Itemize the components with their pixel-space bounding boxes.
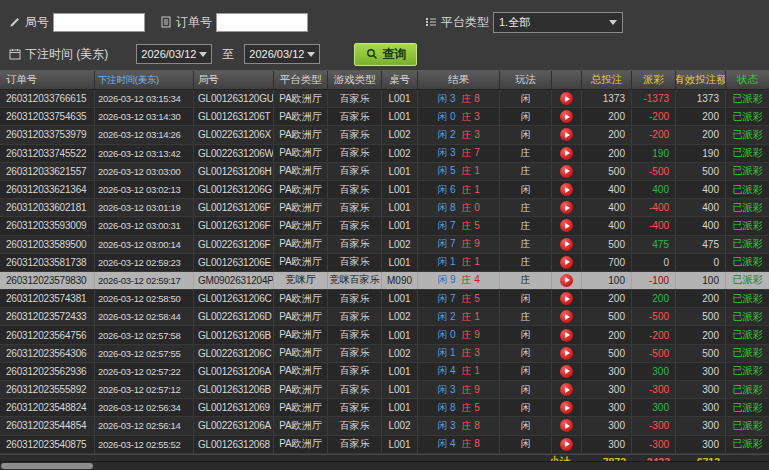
play-icon xyxy=(565,296,570,302)
replay-button[interactable] xyxy=(560,292,573,305)
table-row[interactable]: 2603120235408752026-03-12 02:55:52GL0012… xyxy=(0,436,769,454)
table-row[interactable]: 2603120337666152026-03-12 03:15:34GL0012… xyxy=(0,90,769,108)
table-row[interactable]: 2603120235629362026-03-12 02:57:22GL0012… xyxy=(0,363,769,381)
replay-button[interactable] xyxy=(560,92,573,105)
column-header[interactable]: 派彩 xyxy=(632,71,676,89)
table-row[interactable]: 2603120337546352026-03-12 03:14:30GL0012… xyxy=(0,108,769,126)
column-header[interactable]: 局号 xyxy=(194,71,274,89)
replay-button[interactable] xyxy=(560,383,573,396)
order-number-cell: 260312033766615 xyxy=(0,90,95,107)
date-from-select[interactable]: 2026/03/12 xyxy=(136,44,212,64)
status-cell: 已派彩 xyxy=(726,417,769,434)
action-cell xyxy=(552,345,582,362)
play-icon xyxy=(565,187,570,193)
table-row[interactable]: 2603120235724332026-03-12 02:58:44GL0022… xyxy=(0,308,769,326)
table-row[interactable]: 2603120235743812026-03-12 02:58:50GL0012… xyxy=(0,290,769,308)
table-row[interactable]: 2603120335895002026-03-12 03:00:14GL0022… xyxy=(0,236,769,254)
result-banker: 庄 4 xyxy=(462,273,480,287)
status-cell: 已派彩 xyxy=(726,108,769,125)
table-row[interactable]: 2603120235558922026-03-12 02:57:12GL0012… xyxy=(0,381,769,399)
replay-button[interactable] xyxy=(560,347,573,360)
round-number-input[interactable] xyxy=(53,13,145,32)
action-cell xyxy=(552,254,582,271)
column-header[interactable]: 下注时间(美东) xyxy=(95,71,194,89)
table-row[interactable]: 2603120335930092026-03-12 03:00:31GL0012… xyxy=(0,217,769,235)
replay-button[interactable] xyxy=(560,274,573,287)
platform-type-cell: PA欧洲厅 xyxy=(274,290,328,307)
valid-bet-cell: 400 xyxy=(676,181,726,198)
replay-button[interactable] xyxy=(560,329,573,342)
replay-button[interactable] xyxy=(560,419,573,432)
column-header[interactable]: 平台类型 xyxy=(274,71,328,89)
table-row[interactable]: 2603120335817382026-03-12 02:59:23GL0012… xyxy=(0,254,769,272)
play-type-cell: 庄 xyxy=(500,272,552,289)
total-bet-cell: 200 xyxy=(582,126,632,143)
result-banker: 庄 1 xyxy=(462,164,480,178)
replay-button[interactable] xyxy=(560,110,573,123)
table-row[interactable]: 2603120235488242026-03-12 02:56:34GL0012… xyxy=(0,399,769,417)
column-header[interactable]: 桌号 xyxy=(382,71,418,89)
replay-button[interactable] xyxy=(560,219,573,232)
replay-button[interactable] xyxy=(560,165,573,178)
date-range-to-label: 至 xyxy=(222,46,234,63)
bet-time-cell: 2026-03-12 03:00:14 xyxy=(95,236,194,253)
scrollbar-thumb[interactable] xyxy=(1,463,93,469)
game-type-cell: 百家乐 xyxy=(328,417,382,434)
replay-button[interactable] xyxy=(560,438,573,451)
payout-cell: -100 xyxy=(632,272,676,289)
column-header[interactable]: 订单号 xyxy=(0,71,95,89)
result-cell: 闲 3庄 9 xyxy=(418,381,500,398)
table-row[interactable]: 2603120336213642026-03-12 03:02:13GL0012… xyxy=(0,181,769,199)
bet-time-cell: 2026-03-12 03:14:26 xyxy=(95,126,194,143)
replay-button[interactable] xyxy=(560,238,573,251)
column-header[interactable]: 有效投注额 xyxy=(676,71,726,89)
column-header[interactable]: 总投注 xyxy=(582,71,632,89)
table-row[interactable]: 2603120235647562026-03-12 02:57:58GL0012… xyxy=(0,326,769,344)
table-row[interactable]: 2603120337539792026-03-12 03:14:26GL0022… xyxy=(0,126,769,144)
result-player: 闲 7 xyxy=(437,219,455,233)
replay-button[interactable] xyxy=(560,310,573,323)
bet-time-cell: 2026-03-12 03:00:31 xyxy=(95,217,194,234)
replay-button[interactable] xyxy=(560,256,573,269)
valid-bet-cell: 475 xyxy=(676,236,726,253)
round-number-cell: GL0022631206W xyxy=(194,145,274,162)
round-number-cell: GL0012631206E xyxy=(194,254,274,271)
table-row[interactable]: 2603120336215572026-03-12 03:03:00GL0012… xyxy=(0,163,769,181)
result-player: 闲 7 xyxy=(437,237,455,251)
action-cell xyxy=(552,381,582,398)
bet-time-cell: 2026-03-12 02:58:50 xyxy=(95,290,194,307)
horizontal-scrollbar[interactable] xyxy=(0,461,769,470)
game-type-cell: 百家乐 xyxy=(328,399,382,416)
result-banker: 庄 7 xyxy=(462,146,480,160)
column-header[interactable]: 游戏类型 xyxy=(328,71,382,89)
date-to-select[interactable]: 2026/03/12 xyxy=(244,44,320,64)
replay-button[interactable] xyxy=(560,183,573,196)
date-from-value: 2026/03/12 xyxy=(141,48,196,60)
play-icon xyxy=(565,150,570,156)
replay-button[interactable] xyxy=(560,401,573,414)
column-header[interactable]: 状态 xyxy=(726,71,769,89)
table-row[interactable]: 2603120235643062026-03-12 02:57:55GL0022… xyxy=(0,345,769,363)
column-header[interactable]: 结果 xyxy=(418,71,500,89)
table-number-cell: L001 xyxy=(382,90,418,107)
replay-button[interactable] xyxy=(560,147,573,160)
column-header[interactable]: 玩法 xyxy=(500,71,552,89)
order-number-input[interactable] xyxy=(216,13,308,32)
total-bet-cell: 300 xyxy=(582,363,632,380)
search-button[interactable]: 查询 xyxy=(354,43,417,66)
valid-bet-cell: 200 xyxy=(676,108,726,125)
play-type-cell: 闲 xyxy=(500,290,552,307)
result-cell: 闲 3庄 8 xyxy=(418,417,500,434)
order-number-cell: 260312023555892 xyxy=(0,381,95,398)
replay-button[interactable] xyxy=(560,128,573,141)
play-type-cell: 闲 xyxy=(500,90,552,107)
table-row[interactable]: 2603120336021812026-03-12 03:01:19GL0012… xyxy=(0,199,769,217)
table-row[interactable]: 2603120235798302026-03-12 02:59:17GM0902… xyxy=(0,272,769,290)
platform-type-select[interactable]: 1.全部 xyxy=(493,12,623,33)
table-row[interactable]: 2603120235448542026-03-12 02:56:14GL0022… xyxy=(0,417,769,435)
table-row[interactable]: 2603120337455222026-03-12 03:13:42GL0022… xyxy=(0,145,769,163)
document-icon xyxy=(159,16,172,29)
play-icon xyxy=(565,314,570,320)
replay-button[interactable] xyxy=(560,365,573,378)
replay-button[interactable] xyxy=(560,201,573,214)
